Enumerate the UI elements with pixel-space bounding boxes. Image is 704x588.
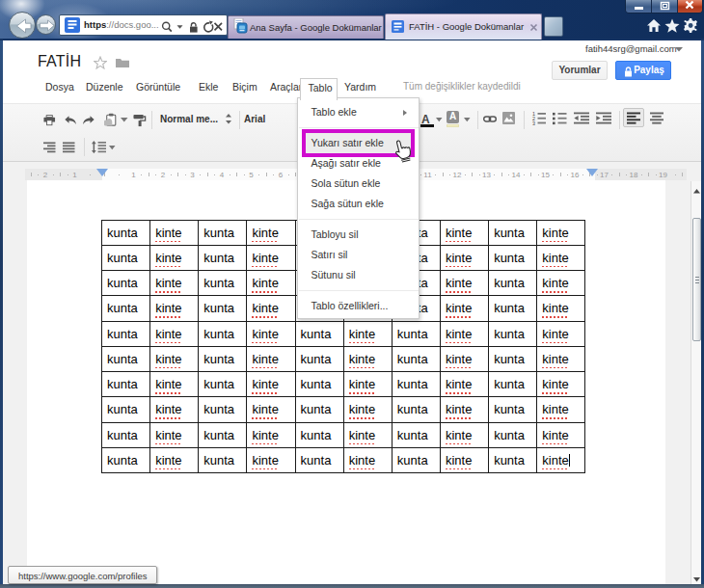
svg-text:3: 3 [532, 120, 535, 125]
